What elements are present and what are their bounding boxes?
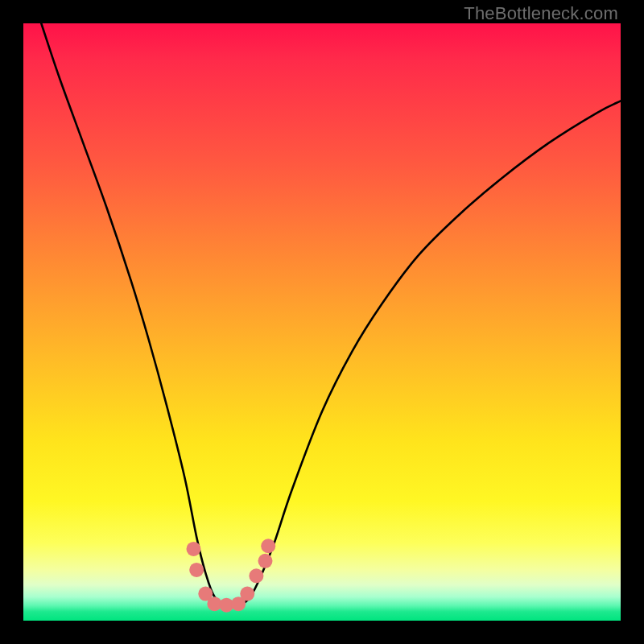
marker-dot [186, 542, 200, 556]
marker-dot [240, 587, 254, 601]
marker-group [186, 539, 275, 612]
marker-dot [189, 563, 204, 577]
marker-dot [261, 539, 275, 553]
marker-dot [249, 568, 263, 583]
curve-svg [23, 23, 621, 621]
watermark-text: TheBottleneck.com [464, 3, 618, 24]
bottleneck-curve [41, 23, 621, 607]
plot-area [23, 23, 621, 621]
marker-dot [258, 554, 273, 568]
outer-frame: TheBottleneck.com [0, 0, 644, 644]
